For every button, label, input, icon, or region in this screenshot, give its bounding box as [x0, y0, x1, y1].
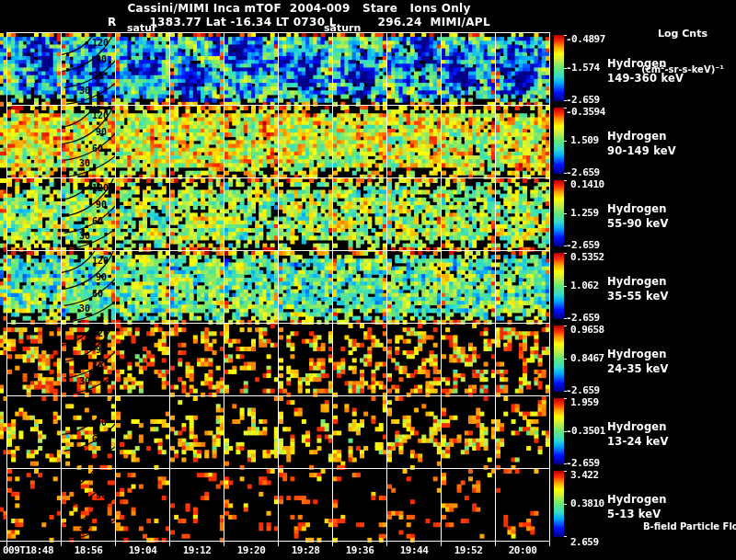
colorbar-tick-top: 1.959: [570, 396, 599, 408]
saturn-marker-label-2: saturn: [324, 22, 361, 34]
row-species-label: Hydrogen: [607, 275, 667, 288]
time-tick-label: 18:56: [75, 544, 103, 556]
colorbar-tick-bottom: -2.659: [566, 384, 600, 396]
colorbar-tick-top: 3.422: [570, 469, 599, 481]
colorbar-tick-mid: 0.8467: [570, 352, 604, 364]
row-energy-label: 55-90 keV: [607, 217, 669, 230]
time-tick-label: 19:28: [292, 544, 320, 556]
row-species-label: Hydrogen: [607, 348, 667, 360]
colorbar-tick-mid: 1.509: [570, 134, 599, 146]
time-tick-label: 009T18:48: [3, 544, 53, 556]
colorbar-tick-bottom: -2.659: [566, 312, 600, 324]
colorbar-tick-mid: -0.3501: [566, 425, 605, 437]
row-energy-label: 90-149 keV: [607, 144, 676, 157]
colorbar-tick-bottom: -2.659: [566, 239, 600, 251]
row-energy-label: 149-360 keV: [607, 72, 684, 85]
colorbar-tick-top: -0.3594: [566, 106, 605, 118]
row-species-label: Hydrogen: [607, 420, 667, 433]
time-tick-label: 19:52: [454, 544, 483, 556]
colorbar-tick-bottom: -2.659: [566, 166, 600, 178]
row-energy-label: 5-13 keV: [607, 508, 661, 520]
colorbar-units-label: Log Cnts (cm²-sr-s-keV)⁻¹: [631, 4, 734, 99]
bfield-flow-label: B-field Particle Flow: [643, 521, 736, 531]
row-energy-label: 13-24 keV: [607, 435, 669, 448]
colorbar-tick-top: -0.4897: [566, 33, 605, 45]
time-tick-label: 19:12: [183, 544, 212, 556]
row-species-label: Hydrogen: [607, 493, 667, 506]
row-species-label: Hydrogen: [607, 57, 667, 70]
colorbar-tick-top: 0.1410: [570, 178, 604, 190]
time-tick-label: 19:20: [237, 544, 266, 556]
ephemeris-subtitle: R 1383.77 Lat -16.34 LT 0730 L 296.24 MI…: [0, 16, 598, 29]
row-species-label: Hydrogen: [607, 202, 667, 215]
colorbar-tick-bottom: -2.659: [566, 94, 600, 106]
time-tick-label: 20:00: [509, 544, 537, 556]
colorbar-tick-bottom: 2.659: [570, 536, 599, 548]
colorbar-tick-mid: 1.259: [570, 207, 599, 219]
colorbar-tick-top: 0.9658: [570, 324, 604, 336]
time-tick-label: 19:44: [400, 544, 429, 556]
row-energy-label: 35-55 keV: [607, 290, 669, 303]
page-title: Cassini/MIMI Inca mTOF 2004-009 Stare Io…: [0, 2, 598, 15]
colorbar-tick-mid: -1.574: [566, 62, 600, 74]
time-tick-label: 19:04: [129, 544, 157, 556]
units-line1: Log Cnts: [631, 28, 734, 40]
row-energy-label: 24-35 keV: [607, 362, 669, 375]
row-species-label: Hydrogen: [607, 130, 667, 143]
colorbar-tick-mid: 0.3810: [570, 497, 604, 509]
time-tick-label: 19:36: [346, 544, 374, 556]
colorbar-tick-top: 0.5352: [570, 251, 604, 263]
colorbar-tick-bottom: -2.659: [566, 457, 600, 469]
colorbar-tick-mid: 1.062: [570, 280, 599, 291]
spectrogram-window: Cassini/MIMI Inca mTOF 2004-009 Stare Io…: [0, 0, 736, 560]
saturn-marker-label-1: satur: [127, 22, 156, 34]
